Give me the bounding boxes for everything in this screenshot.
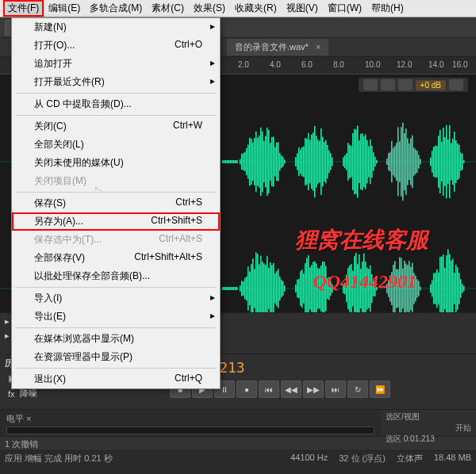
level-meter[interactable]	[6, 426, 374, 434]
menu-item[interactable]: 新建(N)▸	[12, 18, 220, 36]
svg-rect-133	[235, 160, 236, 163]
menu-item[interactable]: 打开(O)...Ctrl+O	[12, 36, 220, 55]
menu-item[interactable]: 导出(E)▸	[12, 308, 220, 326]
db-badge[interactable]: +0 dB	[416, 80, 446, 90]
svg-rect-134	[236, 160, 238, 163]
svg-rect-58	[344, 155, 346, 168]
menu-item[interactable]: 关闭(C)Ctrl+W	[12, 117, 220, 136]
zoom-button[interactable]	[381, 79, 395, 90]
options-button[interactable]	[449, 79, 463, 90]
menu-item[interactable]: 在资源管理器中显示(P)	[12, 348, 220, 366]
svg-rect-23	[273, 136, 274, 186]
menu-item[interactable]: 追加打开▸	[12, 55, 220, 73]
svg-rect-3	[241, 154, 243, 170]
menu-clip[interactable]: 素材(C)	[147, 0, 189, 17]
menu-file[interactable]: 文件(F)	[3, 0, 44, 17]
menu-edit[interactable]: 编辑(E)	[44, 0, 85, 17]
svg-rect-110	[441, 142, 443, 182]
svg-rect-254	[455, 265, 457, 312]
menu-effects[interactable]: 效果(S)	[189, 0, 230, 17]
menu-item[interactable]: 从 CD 中提取音频(D)...	[12, 95, 220, 113]
zoom-button[interactable]	[398, 79, 413, 90]
svg-rect-17	[263, 141, 265, 182]
svg-rect-103	[430, 158, 432, 166]
transport-button[interactable]: ⏮	[259, 380, 279, 398]
channels: 立体声	[397, 453, 423, 464]
menu-item[interactable]: 另存为(A)...Ctrl+Shift+S	[12, 212, 220, 231]
menu-item[interactable]: 打开最近文件(R)▸	[12, 73, 220, 91]
menu-view[interactable]: 视图(V)	[282, 0, 323, 17]
menu-help[interactable]: 帮助(H)	[367, 0, 409, 17]
svg-rect-260	[222, 287, 224, 290]
svg-rect-20	[268, 130, 270, 193]
svg-rect-262	[225, 287, 227, 290]
svg-rect-238	[430, 285, 432, 293]
svg-rect-242	[436, 269, 438, 308]
svg-rect-70	[363, 136, 365, 187]
svg-rect-73	[368, 146, 370, 177]
close-icon[interactable]: ×	[316, 42, 321, 52]
zoom-button[interactable]	[363, 79, 378, 90]
svg-rect-158	[273, 263, 274, 312]
svg-rect-45	[316, 136, 317, 187]
ruler-tick: 2.0	[238, 60, 249, 69]
menu-item[interactable]: 保存(S)Ctrl+S	[12, 194, 220, 212]
transport-button[interactable]: ●	[236, 380, 257, 398]
menu-item[interactable]: 以批处理保存全部音频(B)...	[12, 267, 220, 285]
svg-rect-144	[251, 264, 252, 312]
svg-rect-243	[438, 273, 440, 305]
watermark-qq: QQ41442901	[313, 271, 416, 292]
svg-rect-93	[407, 138, 409, 185]
menu-window[interactable]: 窗口(W)	[323, 0, 367, 17]
svg-rect-266	[232, 287, 233, 290]
svg-rect-14	[259, 136, 260, 187]
svg-rect-235	[418, 281, 420, 296]
svg-rect-37	[303, 147, 305, 178]
svg-rect-53	[328, 151, 330, 174]
menu-item[interactable]: 全部保存(V)Ctrl+Shift+Alt+S	[12, 249, 220, 267]
svg-rect-54	[330, 153, 332, 170]
transport-button[interactable]: ⏩	[370, 380, 390, 398]
svg-rect-161	[278, 269, 279, 308]
file-dropdown: 新建(N)▸打开(O)...Ctrl+O追加打开▸打开最近文件(R)▸从 CD …	[11, 17, 221, 389]
menu-item[interactable]: 在媒体浏览器中显示(M)	[12, 330, 220, 348]
svg-rect-92	[405, 128, 407, 195]
svg-rect-256	[459, 273, 460, 304]
svg-rect-165	[284, 285, 286, 292]
menu-item[interactable]: 全部关闭(L)	[12, 136, 220, 154]
svg-rect-95	[410, 138, 412, 185]
svg-rect-86	[396, 143, 397, 181]
transport-button[interactable]: ▶▶	[303, 380, 324, 398]
svg-rect-64	[354, 129, 355, 194]
svg-rect-96	[412, 136, 413, 189]
transport-button[interactable]: ◀◀	[281, 380, 301, 398]
svg-rect-128	[227, 160, 228, 163]
menu-favorites[interactable]: 收藏夹(R)	[230, 0, 282, 17]
svg-rect-74	[370, 140, 371, 185]
svg-rect-90	[402, 123, 404, 201]
svg-rect-91	[404, 133, 405, 190]
menu-item[interactable]: 关闭未使用的媒体(U)	[12, 154, 220, 172]
menu-item[interactable]: 退出(X)Ctrl+Q	[12, 370, 220, 388]
svg-rect-138	[241, 281, 243, 296]
svg-rect-251	[451, 261, 452, 312]
svg-rect-65	[355, 129, 357, 194]
svg-rect-8	[249, 137, 251, 185]
transport-button[interactable]: ⏭	[325, 380, 346, 398]
selection-panel: 选区/视图 开始 选区 0:01.213	[381, 410, 476, 436]
svg-rect-236	[420, 287, 421, 291]
menu-item[interactable]: 导入(I)▸	[12, 289, 220, 308]
menu-multitrack[interactable]: 多轨合成(M)	[85, 0, 147, 17]
file-tab[interactable]: 音的录音文件.wav* ×	[227, 39, 328, 55]
svg-rect-171	[301, 269, 303, 308]
svg-rect-172	[303, 273, 305, 304]
svg-rect-104	[432, 151, 433, 172]
transport-button[interactable]: ↻	[347, 380, 368, 398]
svg-rect-7	[248, 144, 249, 178]
bit-depth: 32 位 (浮点)	[339, 453, 386, 464]
row-sel: 选区	[386, 434, 401, 443]
menu-item: 保存选中为(T)...Ctrl+Alt+S	[12, 231, 220, 249]
svg-rect-111	[443, 128, 444, 196]
level-meter-panel: 电平 ×	[0, 410, 381, 436]
ruler-tick: 6.0	[301, 60, 313, 69]
